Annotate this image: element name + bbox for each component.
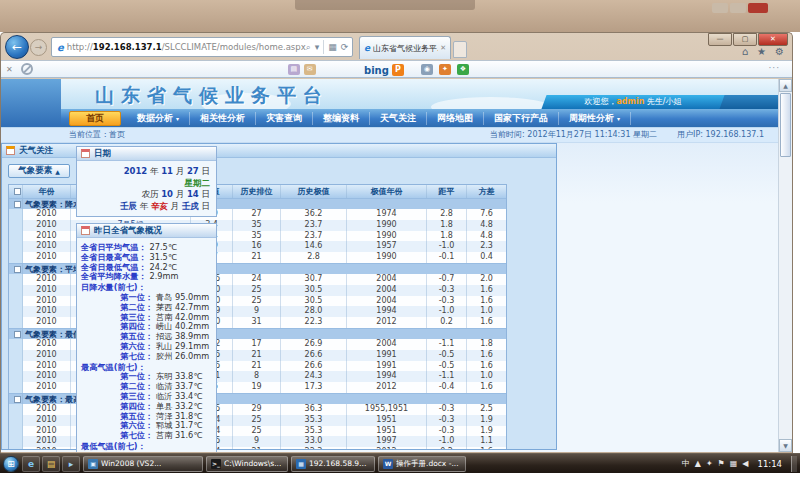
windows-logo-icon: ⊞ bbox=[7, 459, 15, 469]
taskbar: ⊞ e▤▸ ▣Win2008 (VS2...>_C:\Windows\s...▦… bbox=[0, 453, 800, 473]
table-cell: 17 bbox=[233, 339, 281, 350]
refresh-icon[interactable]: ⟳ bbox=[341, 42, 349, 52]
nav-item-相关性分析[interactable]: 相关性分析 bbox=[190, 112, 256, 125]
nav-item-天气关注[interactable]: 天气关注 bbox=[370, 112, 427, 125]
group-checkbox[interactable] bbox=[14, 396, 21, 403]
group-checkbox-cell bbox=[9, 394, 23, 404]
table-cell: 2.8 bbox=[427, 209, 467, 220]
table-cell: 22.3 bbox=[281, 317, 347, 328]
star-badge-icon[interactable]: ✦ bbox=[439, 64, 451, 75]
hidden-icons-icon[interactable]: ▲ bbox=[695, 459, 701, 468]
start-button[interactable]: ⊞ bbox=[3, 456, 19, 472]
flag-icon[interactable]: ⚑ bbox=[718, 459, 725, 468]
nav-item-周期性分析[interactable]: 周期性分析▾ bbox=[559, 112, 631, 125]
background-close-button[interactable] bbox=[748, 3, 768, 13]
back-button[interactable]: ← bbox=[5, 35, 29, 59]
network-icon[interactable]: ▦ bbox=[730, 459, 738, 468]
ie-icon[interactable]: e bbox=[22, 456, 40, 472]
scroll-up-icon[interactable]: ▲ bbox=[779, 79, 792, 92]
language-indicator[interactable]: 中 bbox=[682, 458, 690, 469]
date-panel: 日期 2012 年 11 月 27 日 星期二 农历 10 月 14 日 bbox=[76, 146, 217, 217]
task-remote[interactable]: ▦192.168.58.99... bbox=[291, 456, 375, 472]
table-cell: 28.0 bbox=[281, 306, 347, 317]
table-cell: 2010 bbox=[23, 426, 71, 437]
action-center-icon[interactable]: ✦ bbox=[706, 459, 713, 468]
table-cell: 35 bbox=[233, 220, 281, 231]
table-cell: 21 bbox=[233, 350, 281, 361]
tab-close-icon[interactable]: ✕ bbox=[440, 44, 446, 52]
maximize-button[interactable]: ▢ bbox=[733, 33, 757, 46]
task-remote-label: 192.168.58.99... bbox=[309, 459, 370, 468]
search-icon[interactable]: ⌕ bbox=[306, 42, 311, 53]
table-cell: 2010 bbox=[23, 436, 71, 447]
mail-icon[interactable]: ✉ bbox=[304, 64, 316, 75]
table-cell: 2.3 bbox=[467, 241, 506, 252]
home-icon[interactable]: ⌂ bbox=[742, 46, 748, 57]
table-cell: 23.7 bbox=[281, 220, 347, 231]
bing-logo[interactable]: bing bbox=[364, 65, 389, 76]
group-checkbox-cell bbox=[9, 199, 23, 209]
nav-item-网络地图[interactable]: 网络地图 bbox=[427, 112, 484, 125]
scroll-down-icon[interactable]: ▼ bbox=[779, 439, 792, 452]
media-icon[interactable]: ▸ bbox=[62, 456, 80, 472]
group-checkbox[interactable] bbox=[14, 201, 21, 208]
select-all-checkbox[interactable] bbox=[14, 188, 21, 195]
minimize-button[interactable]: — bbox=[708, 33, 732, 46]
table-cell: -0.1 bbox=[427, 252, 467, 263]
nav-item-首页[interactable]: 首页 bbox=[69, 111, 121, 126]
banner-left-block bbox=[1, 79, 61, 127]
gear-icon[interactable]: ⚙ bbox=[775, 46, 784, 57]
chevron-down-icon[interactable]: ▾ bbox=[315, 42, 320, 52]
scrollbar-thumb[interactable] bbox=[780, 93, 791, 157]
table-cell: 16 bbox=[233, 241, 281, 252]
table-cell: 2010 bbox=[23, 306, 71, 317]
new-tab-button[interactable] bbox=[453, 41, 467, 58]
show-desktop-button[interactable] bbox=[791, 456, 797, 472]
browser-tab[interactable]: e 山东省气候业务平... ✕ bbox=[359, 36, 451, 59]
element-filter-button[interactable]: 气象要素▲ bbox=[8, 164, 70, 178]
table-cell: 2012 bbox=[347, 382, 427, 393]
group-checkbox[interactable] bbox=[14, 266, 21, 273]
table-cell: 2010 bbox=[23, 274, 71, 285]
table-cell: 1994 bbox=[347, 371, 427, 382]
task-cmd[interactable]: >_C:\Windows\s... bbox=[206, 456, 288, 472]
table-cell: 9 bbox=[233, 436, 281, 447]
favorites-star-icon[interactable]: ★ bbox=[757, 46, 766, 57]
plugin-icon[interactable]: ❖ bbox=[457, 64, 469, 75]
row-indent-cell bbox=[9, 339, 23, 350]
table-cell: 29 bbox=[233, 404, 281, 415]
p-badge-icon[interactable]: P bbox=[392, 64, 404, 76]
nav-item-国家下行产品[interactable]: 国家下行产品 bbox=[484, 112, 559, 125]
group-checkbox[interactable] bbox=[14, 331, 21, 338]
camera-icon[interactable]: ◉ bbox=[421, 64, 433, 75]
table-cell: 2010 bbox=[23, 220, 71, 231]
more-icon[interactable]: ··· bbox=[768, 63, 780, 73]
table-cell: 1997 bbox=[347, 436, 427, 447]
date-panel-header: 日期 bbox=[77, 147, 216, 161]
close-button[interactable]: ✕ bbox=[758, 33, 788, 46]
compatibility-icon[interactable]: ▦ bbox=[328, 42, 337, 52]
browser-toolbar: ✕ ▤ ✉ bing P ◉ ✦ ❖ ··· bbox=[1, 60, 792, 78]
nav-item-数据分析[interactable]: 数据分析▾ bbox=[127, 112, 190, 125]
forward-button[interactable]: → bbox=[30, 39, 47, 56]
volume-icon[interactable]: ◀ bbox=[742, 459, 748, 468]
nav-item-整编资料[interactable]: 整编资料 bbox=[313, 112, 370, 125]
explorer-icon[interactable]: ▤ bbox=[42, 456, 60, 472]
stop-icon[interactable]: ✕ bbox=[352, 42, 353, 52]
window-controls: — ▢ ✕ bbox=[707, 33, 788, 46]
task-vm[interactable]: ▣Win2008 (VS2... bbox=[83, 456, 203, 472]
card-icon[interactable]: ▤ bbox=[288, 64, 300, 75]
page-title: 山东省气候业务平台 bbox=[95, 83, 329, 109]
toolbar-close-icon[interactable]: ✕ bbox=[6, 65, 13, 74]
table-cell: 1957 bbox=[347, 241, 427, 252]
nav-item-灾害查询[interactable]: 灾害查询 bbox=[256, 112, 313, 125]
background-minimize-button[interactable] bbox=[712, 3, 728, 13]
clock[interactable]: 11:14 bbox=[758, 459, 783, 469]
address-bar[interactable]: e http://192.168.137.1/SLCCLIMATE/module… bbox=[51, 37, 353, 57]
task-word[interactable]: W操作手册.docx -... bbox=[378, 456, 466, 472]
group-checkbox-cell bbox=[9, 329, 23, 339]
tab-favicon-icon: e bbox=[364, 43, 370, 53]
background-maximize-button[interactable] bbox=[730, 3, 746, 13]
row-indent-cell bbox=[9, 382, 23, 393]
page-scrollbar[interactable]: ▲ ▼ bbox=[778, 79, 792, 452]
